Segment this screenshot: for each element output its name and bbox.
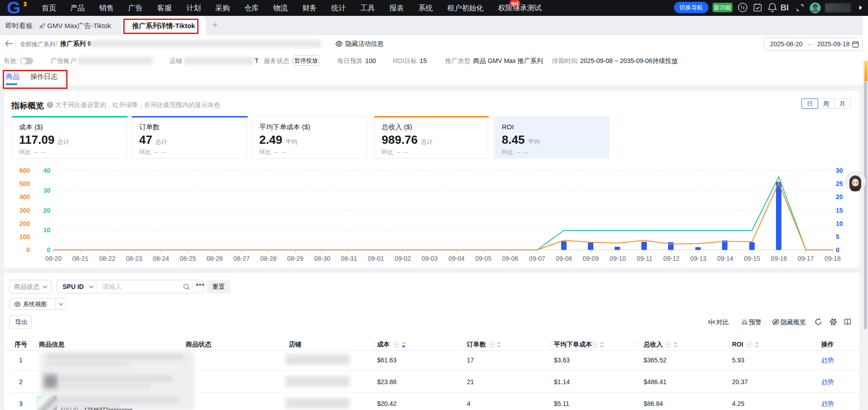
svg-text:09-05: 09-05 bbox=[475, 255, 491, 262]
svg-text:08-23: 08-23 bbox=[126, 255, 142, 262]
svg-text:09-15: 09-15 bbox=[744, 255, 760, 262]
svg-text:09-08: 09-08 bbox=[556, 255, 572, 262]
svg-text:08-21: 08-21 bbox=[72, 255, 88, 262]
svg-text:09-17: 09-17 bbox=[798, 255, 814, 262]
svg-text:09-11: 09-11 bbox=[637, 255, 653, 262]
svg-text:08-24: 08-24 bbox=[153, 255, 169, 262]
svg-text:08-31: 08-31 bbox=[341, 255, 357, 262]
svg-text:08-29: 08-29 bbox=[287, 255, 304, 262]
svg-text:09-12: 09-12 bbox=[663, 255, 679, 262]
svg-text:09-14: 09-14 bbox=[717, 255, 733, 262]
svg-text:500: 500 bbox=[19, 180, 30, 187]
svg-text:09-18: 09-18 bbox=[824, 255, 841, 262]
svg-text:09-06: 09-06 bbox=[502, 255, 519, 262]
svg-text:09-07: 09-07 bbox=[529, 255, 545, 262]
svg-text:20: 20 bbox=[43, 207, 50, 214]
svg-text:30: 30 bbox=[43, 187, 50, 194]
svg-text:0: 0 bbox=[47, 246, 50, 254]
svg-text:200: 200 bbox=[19, 220, 30, 227]
svg-text:15: 15 bbox=[836, 207, 843, 214]
svg-text:300: 300 bbox=[19, 207, 30, 214]
svg-text:0: 0 bbox=[26, 246, 30, 254]
svg-text:09-01: 09-01 bbox=[368, 255, 384, 262]
svg-text:100: 100 bbox=[19, 233, 30, 240]
svg-text:08-22: 08-22 bbox=[99, 255, 116, 262]
svg-text:08-30: 08-30 bbox=[314, 255, 330, 262]
svg-text:30: 30 bbox=[836, 167, 843, 174]
svg-text:08-27: 08-27 bbox=[233, 255, 250, 262]
svg-text:5: 5 bbox=[836, 233, 839, 240]
svg-text:20: 20 bbox=[836, 193, 843, 200]
svg-text:09-03: 09-03 bbox=[422, 255, 438, 262]
svg-text:10: 10 bbox=[43, 226, 50, 234]
svg-text:09-09: 09-09 bbox=[583, 255, 599, 262]
svg-text:0: 0 bbox=[836, 246, 839, 254]
svg-text:25: 25 bbox=[836, 180, 843, 187]
svg-text:09-04: 09-04 bbox=[448, 255, 465, 262]
svg-text:09-13: 09-13 bbox=[690, 255, 707, 262]
svg-text:09-10: 09-10 bbox=[610, 255, 626, 262]
svg-text:400: 400 bbox=[19, 193, 30, 200]
svg-text:08-25: 08-25 bbox=[179, 255, 196, 262]
svg-text:09-02: 09-02 bbox=[395, 255, 411, 262]
svg-text:08-26: 08-26 bbox=[207, 255, 223, 262]
svg-text:40: 40 bbox=[43, 167, 50, 174]
svg-text:09-16: 09-16 bbox=[771, 255, 787, 262]
svg-text:10: 10 bbox=[836, 220, 843, 227]
svg-text:08-20: 08-20 bbox=[45, 255, 62, 262]
svg-text:600: 600 bbox=[19, 167, 30, 174]
svg-text:08-28: 08-28 bbox=[260, 255, 276, 262]
